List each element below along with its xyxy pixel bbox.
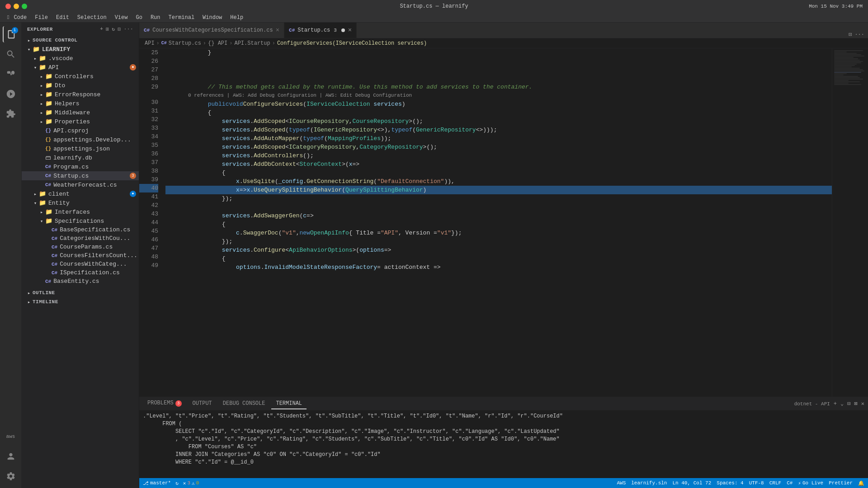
menu-run[interactable]: Run — [147, 14, 164, 22]
sidebar-item-apicsproj[interactable]: {} API.csproj — [22, 126, 139, 135]
tab-startupcs[interactable]: C# Startup.cs 3 × — [284, 23, 357, 38]
sidebar-item-courseparams[interactable]: C# CourseParams.cs — [22, 243, 139, 251]
activity-settings[interactable] — [3, 468, 19, 484]
status-position[interactable]: Ln 40, Col 72 — [672, 480, 711, 486]
close-button[interactable] — [5, 4, 11, 9]
status-learnify[interactable]: learnify.sln — [631, 480, 667, 486]
menu-selection[interactable]: Selection — [74, 14, 110, 22]
tab-close-startupcs[interactable]: × — [348, 27, 352, 34]
menu-code[interactable]:  Code — [4, 14, 30, 22]
sidebar-item-baseentity[interactable]: C# BaseEntity.cs — [22, 277, 139, 286]
breadcrumb-class[interactable]: API.Startup — [234, 40, 270, 47]
sidebar-item-weatherforecastcs[interactable]: C# WeatherForecast.cs — [22, 180, 139, 189]
tab-close-courseswithcategoriesspec[interactable]: × — [276, 27, 279, 34]
menu-window[interactable]: Window — [199, 14, 226, 22]
sidebar-item-appsettingsdevelop[interactable]: {} appsettings.Develop... — [22, 135, 139, 144]
activity-explorer[interactable]: 1 — [3, 26, 19, 42]
sidebar-item-api[interactable]: 📁 API ● — [22, 63, 139, 72]
activity-extensions[interactable] — [3, 106, 19, 122]
sidebar-item-basespecification[interactable]: C# BaseSpecification.cs — [22, 225, 139, 234]
sidebar-item-timeline[interactable]: TIMELINE — [22, 297, 139, 306]
terminal-split-icon[interactable]: ⌄ — [840, 400, 844, 407]
terminal-kill-icon[interactable]: ⊟ — [847, 400, 850, 407]
project-label: LEARNIFY — [42, 46, 70, 53]
menu-help[interactable]: Help — [226, 14, 247, 22]
status-branch[interactable]: ⎇ master* — [143, 480, 171, 486]
activity-remote[interactable]: aws — [3, 428, 19, 445]
menu-terminal[interactable]: Terminal — [165, 14, 198, 22]
specifications-label: Specifications — [55, 218, 104, 225]
status-go-live[interactable]: ⚡ Go Live — [798, 480, 823, 486]
sidebar-item-source-control[interactable]: SOURCE CONTROL — [22, 36, 139, 45]
terminal-profile-label: dotnet - API — [794, 401, 830, 407]
tab-cs-icon-startup: C# — [289, 28, 295, 33]
terminal-tab-problems[interactable]: PROBLEMS3 — [143, 398, 186, 409]
tab-courseswithcategoriesspec[interactable]: C# CoursesWithCategoriesSpecification.cs… — [139, 23, 284, 38]
categorieswithcou-label: CategoriesWithCou... — [60, 235, 130, 242]
activity-account[interactable] — [3, 448, 19, 465]
menu-edit[interactable]: Edit — [52, 14, 73, 22]
terminal-maximize-icon[interactable]: ⊠ — [854, 400, 858, 407]
sidebar-item-entity[interactable]: 📁 Entity — [22, 198, 139, 207]
status-prettier[interactable]: Prettier — [829, 480, 853, 486]
terminal-tab-terminal[interactable]: TERMINAL — [271, 399, 307, 409]
menu-view[interactable]: View — [111, 14, 132, 22]
new-folder-icon[interactable]: ⊞ — [106, 26, 109, 32]
sidebar-item-errorresponse[interactable]: 📁 ErrorResponse — [22, 90, 139, 99]
more-options-icon[interactable]: ··· — [124, 26, 133, 32]
sidebar-item-helpers[interactable]: 📁 Helpers — [22, 99, 139, 108]
sidebar-item-startupcs[interactable]: C# Startup.cs 3 — [22, 171, 139, 180]
sidebar-item-programcs[interactable]: C# Program.cs — [22, 162, 139, 171]
breadcrumb-method[interactable]: ConfigureServices(IServiceCollection ser… — [277, 40, 427, 47]
activity-source-control[interactable] — [3, 66, 19, 82]
menu-go[interactable]: Go — [132, 14, 146, 22]
menu-file[interactable]: File — [31, 14, 52, 22]
sidebar-item-properties[interactable]: 📁 Properties — [22, 117, 139, 126]
terminal-new-icon[interactable]: + — [834, 401, 837, 407]
more-tabs-icon[interactable]: ··· — [854, 32, 864, 38]
sidebar-item-client[interactable]: 📁 client ● — [22, 189, 139, 198]
status-aws[interactable]: AWS — [617, 480, 626, 486]
status-spaces[interactable]: Spaces: 4 — [717, 480, 743, 486]
sidebar-item-outline[interactable]: OUTLINE — [22, 288, 139, 297]
sidebar-item-dto[interactable]: 📁 Dto — [22, 81, 139, 90]
breadcrumb-startupcs[interactable]: Startup.cs — [169, 40, 201, 47]
activity-search[interactable] — [3, 46, 19, 62]
status-notifications[interactable]: 🔔 — [858, 480, 864, 486]
split-editor-icon[interactable]: ⊡ — [849, 31, 852, 38]
terminal-tab-output[interactable]: OUTPUT — [188, 399, 217, 409]
sidebar-item-courseswithcateg[interactable]: C# CoursesWithCateg... — [22, 260, 139, 268]
sidebar-item-ispecification[interactable]: C# ISpecification.cs — [22, 268, 139, 277]
sidebar-item-appsettingsjson[interactable]: {} appsettings.json — [22, 144, 139, 153]
status-encoding[interactable]: UTF-8 — [749, 480, 764, 486]
sidebar-item-controllers[interactable]: 📁 Controllers — [22, 72, 139, 81]
collapse-all-icon[interactable]: ⊟ — [118, 26, 121, 32]
sidebar-item-interfaces[interactable]: 📁 Interfaces — [22, 207, 139, 216]
sidebar-item-learnifydb[interactable]: 🗃 learnify.db — [22, 153, 139, 162]
breadcrumb-api[interactable]: API — [145, 40, 155, 47]
code-editor[interactable]: 25 26 27 28 29 30 31 32 33 34 35 36 37 3… — [139, 48, 868, 397]
status-errors[interactable]: ✕ 3 ⚠ 0 — [183, 480, 199, 486]
sidebar-item-categorieswithcou[interactable]: C# CategoriesWithCou... — [22, 234, 139, 243]
refresh-icon[interactable]: ↻ — [112, 26, 115, 32]
terminal-close-icon[interactable]: ✕ — [861, 400, 864, 407]
sidebar-item-vscode[interactable]: 📁 .vscode — [22, 54, 139, 63]
sidebar-item-middleware[interactable]: 📁 Middleware — [22, 108, 139, 117]
status-line-ending[interactable]: CRLF — [769, 480, 781, 486]
activity-run[interactable] — [3, 86, 19, 102]
breadcrumb-namespace[interactable]: {} API — [208, 40, 227, 47]
sidebar-item-specifications[interactable]: 📁 Specifications — [22, 216, 139, 225]
terminal-tab-debug-console[interactable]: DEBUG CONSOLE — [218, 399, 270, 409]
sidebar-item-learnify[interactable]: 📁 LEARNIFY — [22, 45, 139, 54]
status-language[interactable]: C# — [787, 480, 793, 486]
code-lines[interactable]: } // This method gets called by the runt… — [162, 48, 832, 397]
new-file-icon[interactable]: + — [100, 26, 103, 32]
status-sync[interactable]: ↻ — [175, 480, 179, 486]
code-annotation-line[interactable]: 0 references | AWS: Add Debug Configurat… — [165, 91, 832, 100]
sidebar-item-coursesfilterscoun[interactable]: C# CoursesFiltersCount... — [22, 251, 139, 260]
window-controls[interactable] — [5, 4, 27, 9]
terminal-content[interactable]: ."Level", "t"."Price", "t"."Rating", "t"… — [139, 411, 868, 478]
minimize-button[interactable] — [14, 4, 19, 9]
maximize-button[interactable] — [22, 4, 27, 9]
code-line-48: { — [165, 254, 832, 263]
